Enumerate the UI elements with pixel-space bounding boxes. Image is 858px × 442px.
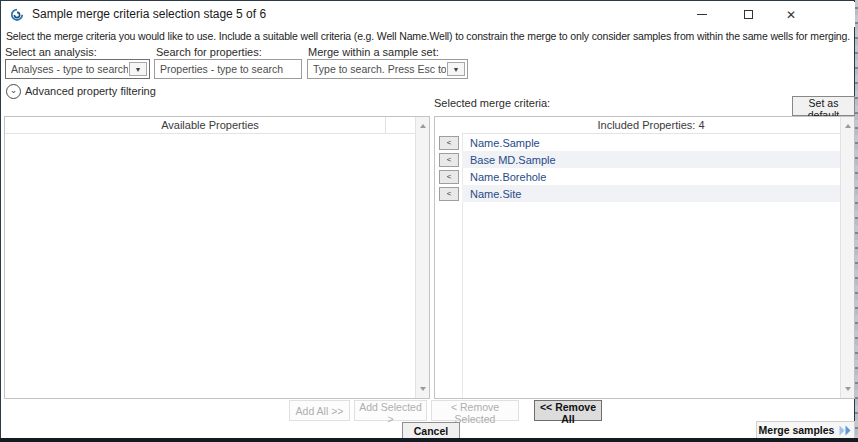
- selected-criteria-label: Selected merge criteria:: [434, 97, 550, 109]
- available-properties-panel[interactable]: Available Properties: [4, 116, 430, 399]
- included-properties-panel[interactable]: Included Properties: 4 < Name.Sample < B…: [434, 116, 855, 399]
- analysis-combobox[interactable]: ▼: [5, 59, 150, 79]
- analysis-dropdown-icon[interactable]: ▼: [129, 62, 147, 76]
- scroll-down-icon[interactable]: [416, 382, 430, 396]
- scroll-down-icon[interactable]: [841, 382, 855, 396]
- merge-samples-label: Merge samples: [759, 424, 835, 436]
- included-property-label[interactable]: Base MD.Sample: [462, 151, 840, 168]
- minimize-button[interactable]: [679, 2, 725, 27]
- titlebar[interactable]: Sample merge criteria selection stage 5 …: [2, 2, 855, 27]
- included-property-row[interactable]: < Name.Sample: [436, 134, 840, 151]
- minimize-icon: [697, 14, 707, 15]
- analysis-label: Select an analysis:: [5, 46, 97, 58]
- included-property-label[interactable]: Name.Borehole: [462, 168, 840, 185]
- window-title: Sample merge criteria selection stage 5 …: [32, 7, 266, 21]
- included-property-label[interactable]: Name.Site: [462, 185, 840, 202]
- advanced-filtering-label: Advanced property filtering: [25, 85, 156, 97]
- properties-search-field[interactable]: [154, 59, 302, 79]
- included-scrollbar[interactable]: [840, 117, 854, 398]
- merge-samples-button[interactable]: Merge samples: [756, 421, 855, 439]
- add-selected-button[interactable]: Add Selected >: [354, 400, 427, 421]
- sample-set-dropdown-icon[interactable]: ▼: [447, 62, 465, 76]
- remove-selected-button[interactable]: < Remove Selected: [431, 400, 519, 421]
- included-properties-header[interactable]: Included Properties: 4: [462, 117, 840, 134]
- available-properties-header[interactable]: Available Properties: [5, 117, 415, 134]
- included-property-label[interactable]: Name.Sample: [462, 134, 840, 151]
- close-button[interactable]: ✕: [771, 2, 811, 27]
- remove-item-button[interactable]: <: [439, 187, 459, 201]
- app-logo-icon: [9, 7, 25, 23]
- sample-set-label: Merge within a sample set:: [308, 46, 439, 58]
- chevron-down-circle-icon[interactable]: ⌄: [6, 84, 21, 99]
- fast-forward-icon: [839, 425, 852, 436]
- remove-item-button[interactable]: <: [439, 136, 459, 150]
- included-property-row[interactable]: < Name.Borehole: [436, 168, 840, 185]
- sample-set-combobox[interactable]: ▼: [307, 59, 468, 79]
- instruction-text: Select the merge criteria you would like…: [6, 30, 851, 42]
- remove-item-button[interactable]: <: [439, 170, 459, 184]
- close-icon: ✕: [786, 8, 796, 22]
- window-bottom-edge: [0, 438, 858, 442]
- available-scrollbar[interactable]: [415, 117, 429, 398]
- maximize-button[interactable]: [725, 2, 771, 27]
- included-property-row[interactable]: < Name.Site: [436, 185, 840, 202]
- included-property-row[interactable]: < Base MD.Sample: [436, 151, 840, 168]
- header-column-divider: [385, 117, 386, 134]
- remove-all-button[interactable]: << Remove All: [534, 400, 602, 421]
- included-properties-list: < Name.Sample < Base MD.Sample < Name.Bo…: [436, 134, 840, 202]
- set-as-default-button[interactable]: Set as default: [792, 96, 855, 116]
- properties-search-input[interactable]: [160, 60, 298, 78]
- advanced-filtering-toggle[interactable]: ⌄ Advanced property filtering: [6, 83, 156, 99]
- cancel-button[interactable]: Cancel: [402, 422, 460, 439]
- sample-set-input[interactable]: [313, 60, 446, 78]
- scroll-up-icon[interactable]: [841, 119, 855, 133]
- analysis-input[interactable]: [11, 60, 128, 78]
- scroll-up-icon[interactable]: [416, 119, 430, 133]
- maximize-icon: [744, 10, 753, 19]
- add-all-button[interactable]: Add All >>: [289, 400, 350, 421]
- search-properties-label: Search for properties:: [156, 46, 262, 58]
- remove-item-button[interactable]: <: [439, 153, 459, 167]
- dialog-window: Sample merge criteria selection stage 5 …: [0, 0, 855, 442]
